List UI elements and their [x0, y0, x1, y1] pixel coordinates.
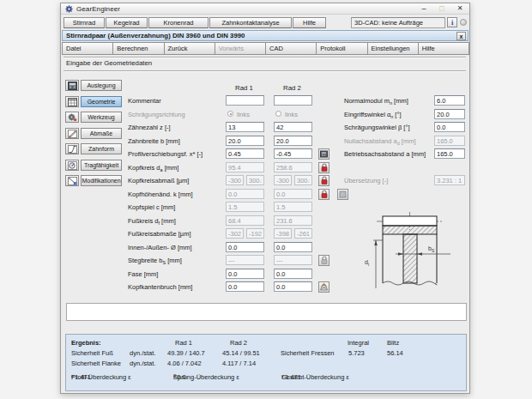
menu-kronenrad[interactable]: Kronenrad [148, 17, 209, 28]
fusskreisabmasse-rad1-max-input [246, 228, 264, 239]
sicherheit-fressen-label: Sicherheit Fressen [281, 349, 335, 357]
sicherheit-fressen-blitz-value: 56.14 [387, 349, 403, 357]
kopfkantenbruch-rad2-input[interactable] [274, 281, 312, 292]
maximize-button[interactable]: □ [434, 3, 450, 15]
kopfspiel-rad1-input [226, 202, 264, 212]
profilverschiebung-label: Profilverschiebungsf. x* [-] [128, 150, 203, 158]
row-kopfkreisabmass: Kopfkreisabmaß [µm] Übersetzung [-] [61, 175, 469, 187]
sicherheit-fuss-dyn-label: dyn./stat. [130, 349, 155, 357]
fusskreisabmasse-label: Fußkreisabmaße [µm] [128, 230, 191, 238]
auslegung-icon[interactable] [65, 80, 79, 91]
zaehnezahl-rad2-input[interactable] [274, 122, 312, 132]
stegbreite-rad2-input [274, 255, 312, 265]
row-zahnbreite: Zahnbreite b [mm] Nullachsabstand ad [mm… [61, 136, 469, 148]
kopfhoehenaend-label: Kopfhöhenänd. k [mm] [128, 190, 192, 198]
sicherheit-flanke-rad1-value: 4.06 / 7.042 [167, 360, 202, 367]
info-button[interactable]: i [447, 17, 457, 27]
normalmodul-label: Normalmodul mn [mm] [344, 97, 408, 106]
fase-label: Fase [mm] [128, 270, 158, 278]
kopfkantenbruch-chamfer-icon[interactable] [318, 281, 329, 293]
fusskreisabmasse-rad2-min-input [274, 228, 292, 239]
status-led [460, 19, 467, 26]
kopfhoehenaend-lock-icon[interactable] [318, 189, 329, 200]
kopfkantenbruch-rad1-input[interactable] [226, 281, 264, 292]
stegbreite-label: Stegbreite bS [mm] [128, 257, 182, 265]
fusskreis-label: Fußkreis df [mm] [128, 217, 176, 226]
normalmodul-input[interactable] [434, 95, 465, 106]
sicherheit-fuss-rad2-value: 45.14 / 99.51 [222, 349, 260, 357]
minimize-button[interactable]: – [416, 3, 432, 15]
section-title: Eingabe der Geometriedaten [66, 59, 152, 67]
fusskreis-rad2-input [274, 215, 312, 226]
sidebar-auslegung[interactable]: Auslegung [81, 80, 122, 91]
betriebsachsabstand-input[interactable] [434, 148, 465, 159]
kommentar-label: Kommentar [128, 97, 161, 105]
gear-cross-section-diagram: di bS [363, 209, 457, 293]
schraegungswinkel-label: Schrägungswinkel β [°] [344, 124, 410, 131]
menu-zahnkontaktanalyse[interactable]: Zahnkontaktanalyse [209, 17, 292, 28]
toolbar-berechnen[interactable]: Berechnen [112, 42, 164, 55]
profilverschiebung-rad2-input[interactable] [274, 148, 312, 159]
betriebsachsabstand-label: Betriebsachsabstand a [mm] [344, 150, 426, 158]
kommentar-rad1-input[interactable] [226, 95, 264, 106]
menu-hilfe[interactable]: Hilfe [293, 17, 326, 28]
kopfkreis-lock-icon[interactable] [318, 162, 329, 173]
menu-stirnrad[interactable]: Stirnrad [63, 17, 105, 28]
separator [63, 57, 466, 58]
document-title: Stirnradpaar (Außenverzahnung) DIN 3960 … [66, 32, 245, 39]
fase-rad1-input[interactable] [226, 269, 264, 279]
toolbar-vorwaerts: Vorwärts [215, 42, 266, 55]
kopfkreisabmass-lock-icon[interactable] [318, 175, 329, 186]
diagram-bs-label: bS [428, 245, 435, 253]
kommentar-rad2-input[interactable] [274, 95, 312, 106]
fusskreis-rad1-input [226, 215, 264, 226]
message-area [66, 303, 467, 321]
schraegungsrichtung-rad1-radio-label: links [237, 111, 250, 118]
innen-aussen-rad2-input[interactable] [274, 242, 312, 252]
toolbar-datei[interactable]: Datei [62, 42, 113, 55]
results-rad2-header: Rad 2 [230, 339, 247, 347]
toolbar-protokoll[interactable]: Protokoll [316, 42, 367, 55]
zahnbreite-rad2-input[interactable] [274, 136, 312, 146]
menu-bar: Stirnrad Kegelrad Kronenrad Zahnkontakta… [61, 15, 469, 29]
app-gear-icon [65, 5, 73, 13]
fusskreisabmasse-rad2-max-input [294, 228, 312, 239]
schraegungsrichtung-rad1-radio[interactable] [227, 111, 233, 117]
column-header-rad2: Rad 2 [283, 84, 301, 92]
kopfhoehenaend-options-button[interactable] [337, 189, 348, 200]
eingriffswinkel-label: Eingriffswinkel αn [°] [344, 111, 402, 119]
menu-kegelrad[interactable]: Kegelrad [106, 17, 148, 28]
diagram-di-label: di [365, 259, 369, 267]
close-button[interactable]: ✕ [452, 3, 468, 15]
document-header: Stirnradpaar (Außenverzahnung) DIN 3960 … [62, 30, 469, 41]
innen-aussen-rad1-input[interactable] [226, 242, 264, 252]
zaehnezahl-rad1-input[interactable] [226, 122, 264, 132]
sicherheit-flanke-label: Sicherheit Flanke [71, 360, 121, 367]
zahnbreite-rad1-input[interactable] [226, 136, 264, 146]
fase-rad2-input[interactable] [274, 269, 312, 279]
toolbar-hilfe[interactable]: Hilfe [418, 42, 469, 55]
toolbar-cad[interactable]: CAD [265, 42, 317, 55]
zahnbreite-label: Zahnbreite b [mm] [128, 137, 180, 145]
toolbar-zurueck[interactable]: Zurück [164, 42, 215, 55]
profilverschiebung-rad1-input[interactable] [226, 148, 264, 159]
eingriffswinkel-input[interactable] [434, 109, 465, 119]
window-title: GearEngineer [76, 5, 120, 13]
kopfkreisabmass-label: Kopfkreisabmaß [µm] [128, 177, 189, 184]
kopfkreis-rad1-input [226, 162, 264, 172]
kopfkreisabmass-rad1-max-input [246, 175, 264, 185]
sicherheit-fuss-label: Sicherheit Fuß [71, 349, 113, 357]
uebersetzung-input [434, 175, 465, 185]
stegbreite-lock-icon[interactable] [318, 255, 329, 266]
toolbar-einstellungen[interactable]: Einstellungen [367, 42, 419, 55]
innen-aussen-label: Innen-/Außen- Ø [mm] [128, 244, 192, 251]
uebersetzung-label: Übersetzung [-] [344, 177, 388, 184]
kopfkreis-label: Kopfkreis da [mm] [128, 164, 178, 172]
nullachsabstand-label: Nullachsabstand ad [mm] [344, 137, 416, 146]
sicherheit-flanke-dyn-label: dyn./stat. [130, 360, 155, 367]
schraegungsrichtung-rad2-radio[interactable] [275, 111, 281, 117]
document-close-button[interactable]: x [456, 32, 466, 40]
schraegungswinkel-input[interactable] [434, 122, 465, 132]
balance-calc-button[interactable] [318, 148, 329, 160]
kopfkreis-rad2-input [274, 162, 312, 172]
